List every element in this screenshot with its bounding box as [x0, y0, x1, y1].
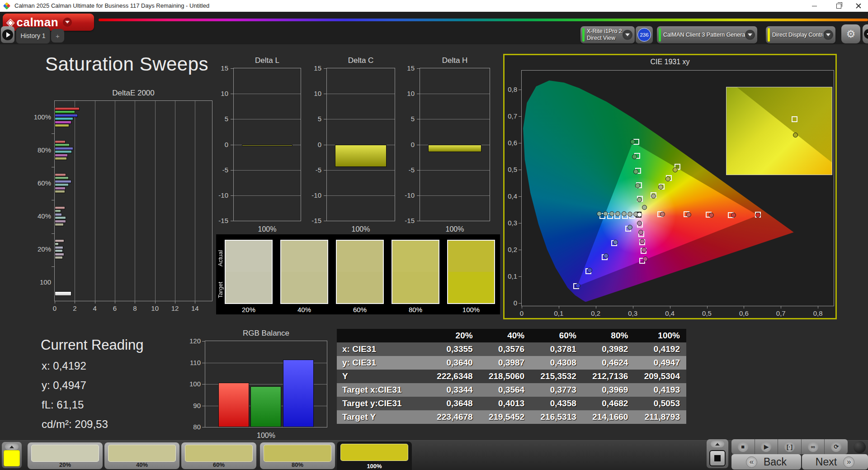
grid-line: [327, 195, 395, 196]
tab-history-1[interactable]: History 1: [16, 27, 50, 44]
axis-tick: [202, 341, 205, 342]
deltae-bar: [55, 187, 66, 190]
play-button[interactable]: ▶: [755, 439, 778, 454]
table-row: x: CIE310,33550,35760,37810,39820,4192: [337, 342, 686, 356]
delta-bar: [428, 145, 481, 152]
table-cell: 212,7136: [583, 370, 635, 383]
marker-icon: [·]: [784, 442, 795, 452]
settings-button[interactable]: ⚙: [841, 24, 860, 43]
deltae-bar: [55, 180, 71, 183]
meter-dropdown[interactable]: X-Rite i1Pro 2 Direct View: [580, 26, 635, 43]
restore-button[interactable]: [828, 0, 849, 12]
y-tick-label: -10: [400, 191, 415, 199]
meter-status-bar: [582, 28, 585, 42]
collapse-panel-button[interactable]: [863, 24, 868, 43]
minimize-button[interactable]: [804, 0, 825, 12]
grid-line: [420, 119, 490, 119]
table-cell: 0,3648: [427, 397, 479, 410]
cie-measurement-point: [642, 247, 646, 252]
table-cell: 0,3781: [531, 342, 583, 356]
grid-line: [195, 101, 195, 301]
cie-measurement-point: [587, 268, 592, 273]
actual-color: [448, 241, 494, 272]
table-cell: 0,3576: [479, 342, 531, 356]
y-tick-label: 10: [214, 90, 228, 97]
deltae-group-label: 40%: [28, 212, 51, 220]
y-tick-label: 90: [186, 402, 201, 409]
close-icon: [856, 3, 861, 9]
y-tick-label: -15: [214, 217, 228, 224]
next-button[interactable]: Next »: [802, 454, 868, 470]
deltae-bar: [55, 107, 80, 110]
back-button[interactable]: « Back: [731, 454, 801, 470]
display-control-dropdown[interactable]: Direct Display Control: [766, 26, 835, 43]
swatch-label: 40%: [280, 306, 328, 313]
application-window: Calman 2025 Calman Ultimate for Business…: [0, 0, 868, 470]
axis-tick: [135, 301, 135, 304]
x-tick-label: 4: [90, 304, 100, 312]
pattern-button-40%[interactable]: 40%: [104, 442, 179, 469]
axis-tick: [519, 143, 522, 143]
active-pattern-swatch[interactable]: [4, 450, 20, 466]
deltae-bar: [55, 249, 63, 252]
deltae-bar: [55, 143, 70, 147]
tab-scroll-button[interactable]: [1, 26, 14, 43]
grid-line: [420, 94, 490, 94]
meter-name: X-Rite i1Pro 2: [587, 28, 622, 35]
deltae-bar: [55, 147, 73, 150]
tray-expand-button[interactable]: [5, 443, 19, 450]
pattern-button-80%[interactable]: 80%: [260, 442, 335, 469]
refresh-button[interactable]: ⟳: [825, 439, 848, 454]
axis-tick: [633, 306, 633, 309]
new-tab-button[interactable]: +: [51, 29, 64, 43]
cie-measurement-point: [731, 213, 736, 218]
y-tick-label: 0,7: [505, 112, 517, 120]
table-row-label: y: CIE31: [337, 356, 427, 370]
table-cell: 216,5313: [531, 410, 583, 424]
axis-tick: [744, 306, 744, 309]
deltae-bar: [55, 209, 61, 213]
pattern-button-label: 40%: [104, 461, 179, 468]
y-tick-label: 15: [400, 64, 415, 72]
table-cell: 0,4947: [634, 356, 686, 370]
y-tick-label: 10: [307, 90, 321, 97]
y-tick-label: 0,3: [505, 219, 517, 227]
cie-measurement-point: [709, 213, 714, 218]
table-cell: 211,8793: [634, 410, 686, 424]
marker-button[interactable]: [·]: [778, 439, 802, 454]
meter-badge-button[interactable]: 236: [636, 26, 653, 43]
current-reading-title: Current Reading: [41, 337, 143, 353]
axis-tick: [324, 195, 327, 196]
title-bar: Calman 2025 Calman Ultimate for Business…: [0, 0, 868, 12]
stop-button[interactable]: ■: [731, 439, 755, 454]
pattern-button-100%[interactable]: 100%: [337, 442, 412, 470]
y-tick-label: 15: [307, 64, 321, 72]
pattern-button-60%[interactable]: 60%: [181, 442, 256, 469]
axis-tick: [231, 170, 234, 171]
current-reading-cdm2: cd/m²: 209,53: [42, 418, 108, 431]
close-button[interactable]: [848, 0, 868, 12]
axis-tick: [324, 145, 327, 145]
pattern-button-20%[interactable]: 20%: [28, 442, 103, 469]
y-tick-label: 110: [186, 359, 201, 366]
y-tick-label: 0: [214, 141, 228, 148]
infinity-button[interactable]: ∞: [802, 439, 825, 454]
deltae-bar: [55, 206, 65, 209]
axis-tick: [175, 301, 175, 304]
playback-expand-button[interactable]: [711, 441, 724, 447]
x-tick-label: 0,1: [552, 309, 566, 317]
axis-tick: [519, 276, 522, 277]
grid-line: [95, 101, 95, 301]
x-tick-label: 10: [150, 304, 160, 312]
pattern-generator-dropdown[interactable]: CalMAN Client 3 Pattern Generator: [657, 26, 757, 43]
rgb-balance-xlabel: 100%: [205, 432, 327, 440]
y-tick-label: 0: [307, 141, 321, 148]
x-tick-label: 0,6: [736, 309, 751, 317]
deltae-bar: [55, 183, 69, 186]
stop-icon: [714, 455, 721, 461]
y-tick-label: -5: [400, 166, 415, 174]
stop-pattern-button[interactable]: [709, 450, 726, 466]
actual-row-label: Actual: [217, 242, 224, 274]
axis-tick: [75, 301, 75, 304]
pattern-swatch: [447, 240, 495, 304]
